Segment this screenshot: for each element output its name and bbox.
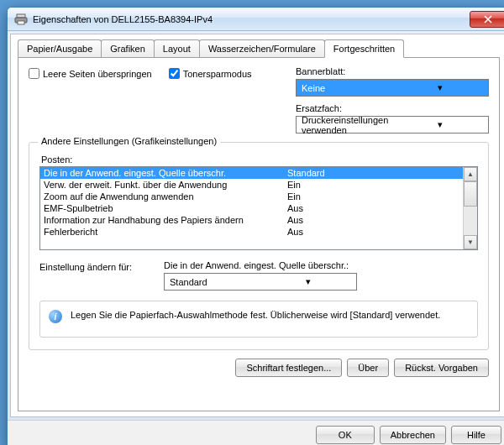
list-row-value: Aus: [287, 203, 459, 213]
top-row: Leere Seiten überspringen Tonersparmodus…: [29, 66, 489, 134]
list-row-value: Standard: [287, 168, 459, 178]
change-value: Standard: [170, 277, 262, 287]
svg-rect-0: [17, 14, 25, 18]
tray-label: Ersatzfach:: [296, 103, 489, 113]
skip-blank-checkbox[interactable]: Leere Seiten überspringen: [29, 68, 152, 79]
svg-rect-2: [18, 21, 24, 24]
banner-value: Keine: [302, 83, 394, 93]
chevron-down-icon: ▾: [262, 276, 354, 287]
tab-paper[interactable]: Papier/Ausgabe: [18, 39, 102, 57]
scrollbar[interactable]: ▲ ▼: [463, 167, 477, 249]
posten-label: Posten:: [41, 154, 478, 165]
list-row-name: Fehlerbericht: [44, 227, 287, 237]
window-title: Eigenschaften von DELL2155-BA8394-IPv4: [33, 14, 470, 24]
scroll-up-button[interactable]: ▲: [464, 167, 477, 181]
cancel-button[interactable]: Abbrechen: [380, 426, 446, 444]
list-row[interactable]: FehlerberichtAus: [40, 226, 463, 238]
tab-layout[interactable]: Layout: [154, 39, 200, 57]
toner-save-checkbox[interactable]: Tonersparmodus: [169, 68, 252, 79]
skip-blank-input[interactable]: [29, 68, 39, 79]
list-row-name: Verw. der erweit. Funkt. über die Anwend…: [44, 180, 287, 190]
reset-button[interactable]: Rückst. Vorgaben: [394, 359, 489, 377]
info-icon: i: [49, 310, 62, 323]
scroll-down-button[interactable]: ▼: [464, 235, 477, 249]
chevron-down-icon: ▾: [394, 82, 486, 93]
info-text: Legen Sie die Papierfach-Auswahlmethode …: [71, 310, 440, 320]
list-row-name: Zoom auf die Anwendung anwenden: [44, 191, 287, 202]
list-row-name: Information zur Handhabung des Papiers ä…: [44, 215, 287, 225]
right-column: Bannerblatt: Keine ▾ Ersatzfach: Drucker…: [296, 66, 489, 134]
help-button[interactable]: Hilfe: [451, 426, 501, 444]
tray-combo[interactable]: Druckereinstellungen verwenden ▾: [296, 116, 489, 134]
dialog-window: Eigenschaften von DELL2155-BA8394-IPv4 P…: [7, 7, 504, 445]
titlebar[interactable]: Eigenschaften von DELL2155-BA8394-IPv4: [8, 8, 504, 31]
list-row-value: Aus: [287, 227, 459, 237]
tabstrip: Papier/Ausgabe Grafiken Layout Wasserzei…: [18, 39, 500, 58]
ok-button[interactable]: OK: [316, 426, 375, 444]
check-row: Leere Seiten überspringen Tonersparmodus: [29, 66, 252, 79]
list-row-name: Die in der Anwend. eingest. Quelle übers…: [44, 168, 287, 178]
tab-watermark[interactable]: Wasserzeichen/Formulare: [199, 39, 325, 57]
list-row-value: Ein: [287, 191, 459, 202]
list-row-value: Aus: [287, 215, 459, 225]
list-row[interactable]: Information zur Handhabung des Papiers ä…: [40, 214, 463, 226]
tray-value: Druckereinstellungen verwenden: [302, 115, 394, 135]
about-button[interactable]: Über: [347, 359, 389, 377]
list-row[interactable]: Die in der Anwend. eingest. Quelle übers…: [40, 167, 463, 179]
scroll-thumb[interactable]: [464, 181, 477, 207]
content-area: Papier/Ausgabe Grafiken Layout Wasserzei…: [10, 34, 504, 417]
banner-label: Bannerblatt:: [296, 66, 489, 76]
group-title: Andere Einstellungen (Grafikeinstellunge…: [38, 136, 220, 146]
toner-save-input[interactable]: [169, 68, 180, 79]
listbox-rows: Die in der Anwend. eingest. Quelle übers…: [40, 167, 463, 249]
toner-save-label: Tonersparmodus: [183, 69, 252, 79]
close-button[interactable]: [470, 11, 504, 28]
chevron-down-icon: ▾: [394, 119, 486, 130]
list-row[interactable]: Verw. der erweit. Funkt. über die Anwend…: [40, 179, 463, 191]
list-row[interactable]: EMF-SpulbetriebAus: [40, 202, 463, 214]
list-row-name: EMF-Spulbetrieb: [44, 203, 287, 213]
tabpage-advanced: Leere Seiten überspringen Tonersparmodus…: [18, 58, 500, 411]
info-box: i Legen Sie die Papierfach-Auswahlmethod…: [39, 301, 478, 338]
change-title: Die in der Anwend. eingest. Quelle übers…: [164, 260, 357, 270]
posten-listbox[interactable]: Die in der Anwend. eingest. Quelle übers…: [39, 166, 478, 250]
change-setting-row: Einstellung ändern für: Die in der Anwen…: [39, 260, 478, 291]
change-label: Einstellung ändern für:: [39, 260, 149, 272]
change-body: Die in der Anwend. eingest. Quelle übers…: [164, 260, 357, 291]
font-button[interactable]: Schriftart festlegen...: [235, 359, 342, 377]
scroll-track[interactable]: [464, 207, 477, 235]
list-row-value: Ein: [287, 180, 459, 190]
printer-icon: [14, 13, 28, 26]
tab-button-row: Schriftart festlegen... Über Rückst. Vor…: [29, 359, 489, 377]
settings-group: Andere Einstellungen (Grafikeinstellunge…: [29, 142, 489, 350]
dialog-footer: OK Abbrechen Hilfe: [8, 420, 504, 445]
tab-graphics[interactable]: Grafiken: [101, 39, 155, 57]
change-combo[interactable]: Standard ▾: [164, 273, 357, 291]
list-row[interactable]: Zoom auf die Anwendung anwendenEin: [40, 191, 463, 202]
skip-blank-label: Leere Seiten überspringen: [43, 69, 152, 79]
tab-advanced[interactable]: Fortgeschritten: [324, 39, 404, 58]
banner-combo[interactable]: Keine ▾: [296, 79, 489, 97]
